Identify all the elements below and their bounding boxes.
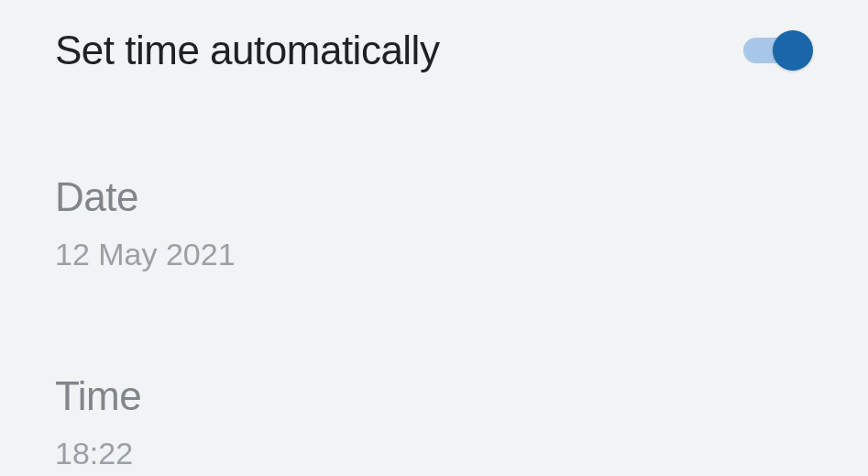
date-title: Date bbox=[55, 174, 813, 220]
time-title: Time bbox=[55, 373, 813, 419]
date-setting[interactable]: Date 12 May 2021 bbox=[55, 174, 813, 272]
date-value: 12 May 2021 bbox=[55, 237, 813, 272]
toggle-thumb bbox=[773, 30, 813, 71]
set-time-automatically-label: Set time automatically bbox=[55, 28, 439, 73]
set-time-automatically-toggle[interactable] bbox=[743, 32, 813, 69]
time-value: 18:22 bbox=[55, 436, 813, 471]
time-setting[interactable]: Time 18:22 bbox=[55, 373, 813, 471]
set-time-automatically-row[interactable]: Set time automatically bbox=[55, 28, 813, 73]
